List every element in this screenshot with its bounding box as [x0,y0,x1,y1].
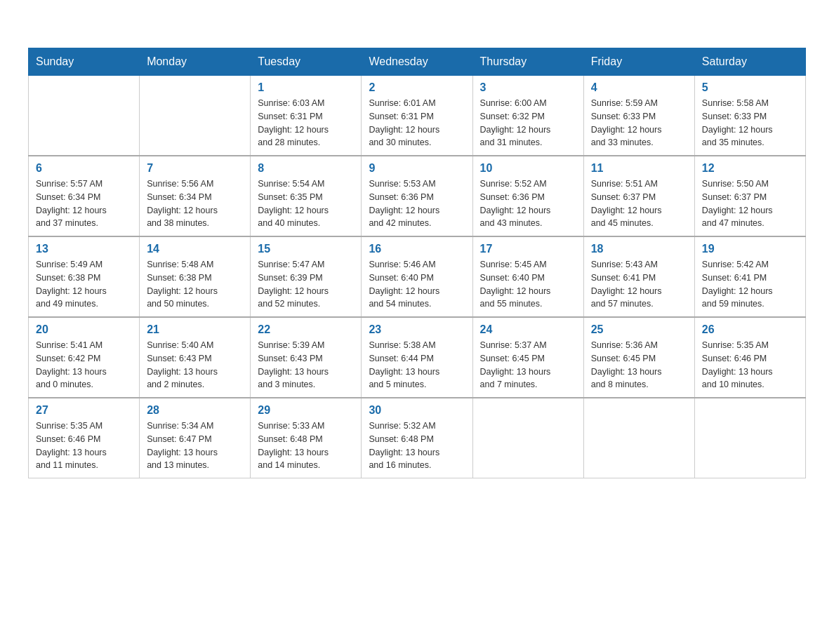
calendar-cell: 17Sunrise: 5:45 AM Sunset: 6:40 PM Dayli… [472,236,583,317]
day-info: Sunrise: 5:50 AM Sunset: 6:37 PM Dayligh… [702,177,798,230]
day-info: Sunrise: 6:03 AM Sunset: 6:31 PM Dayligh… [258,97,354,149]
calendar-week-row: 20Sunrise: 5:41 AM Sunset: 6:42 PM Dayli… [29,317,806,398]
calendar-cell: 8Sunrise: 5:54 AM Sunset: 6:35 PM Daylig… [251,156,362,236]
calendar-cell: 30Sunrise: 5:32 AM Sunset: 6:48 PM Dayli… [362,398,472,478]
calendar-cell [140,76,251,156]
calendar-cell: 3Sunrise: 6:00 AM Sunset: 6:32 PM Daylig… [472,76,583,156]
day-number: 13 [36,243,132,255]
day-number: 9 [369,162,465,175]
calendar-cell: 27Sunrise: 5:35 AM Sunset: 6:46 PM Dayli… [29,398,140,478]
calendar-cell: 26Sunrise: 5:35 AM Sunset: 6:46 PM Dayli… [694,317,805,398]
day-number: 22 [258,323,354,336]
day-number: 27 [36,404,132,417]
calendar-week-row: 6Sunrise: 5:57 AM Sunset: 6:34 PM Daylig… [29,156,806,236]
day-info: Sunrise: 6:00 AM Sunset: 6:32 PM Dayligh… [480,97,576,149]
calendar-cell: 15Sunrise: 5:47 AM Sunset: 6:39 PM Dayli… [251,236,362,317]
calendar-cell: 14Sunrise: 5:48 AM Sunset: 6:38 PM Dayli… [140,236,251,317]
day-info: Sunrise: 5:45 AM Sunset: 6:40 PM Dayligh… [480,258,576,311]
weekday-header-tuesday: Tuesday [251,48,362,76]
day-number: 21 [147,323,243,336]
calendar-week-row: 27Sunrise: 5:35 AM Sunset: 6:46 PM Dayli… [29,398,806,478]
day-number: 7 [147,162,243,175]
calendar-cell: 23Sunrise: 5:38 AM Sunset: 6:44 PM Dayli… [362,317,472,398]
day-info: Sunrise: 5:39 AM Sunset: 6:43 PM Dayligh… [258,339,354,391]
calendar-cell: 9Sunrise: 5:53 AM Sunset: 6:36 PM Daylig… [362,156,472,236]
calendar-cell: 5Sunrise: 5:58 AM Sunset: 6:33 PM Daylig… [694,76,805,156]
day-number: 25 [591,323,687,336]
calendar-cell [694,398,805,478]
day-info: Sunrise: 5:47 AM Sunset: 6:39 PM Dayligh… [258,258,354,311]
calendar-cell [583,398,694,478]
day-info: Sunrise: 5:49 AM Sunset: 6:38 PM Dayligh… [36,258,132,311]
day-number: 6 [36,162,132,175]
day-info: Sunrise: 5:38 AM Sunset: 6:44 PM Dayligh… [369,339,465,391]
calendar-cell: 11Sunrise: 5:51 AM Sunset: 6:37 PM Dayli… [583,156,694,236]
day-number: 5 [702,81,798,94]
calendar-cell: 1Sunrise: 6:03 AM Sunset: 6:31 PM Daylig… [251,76,362,156]
calendar-cell [472,398,583,478]
day-number: 18 [591,243,687,255]
day-info: Sunrise: 6:01 AM Sunset: 6:31 PM Dayligh… [369,97,465,149]
day-number: 16 [369,243,465,255]
calendar-cell: 24Sunrise: 5:37 AM Sunset: 6:45 PM Dayli… [472,317,583,398]
calendar-cell: 7Sunrise: 5:56 AM Sunset: 6:34 PM Daylig… [140,156,251,236]
day-info: Sunrise: 5:57 AM Sunset: 6:34 PM Dayligh… [36,177,132,230]
page-header: General Blue [28,21,806,34]
calendar-cell: 16Sunrise: 5:46 AM Sunset: 6:40 PM Dayli… [362,236,472,317]
weekday-header-wednesday: Wednesday [362,48,472,76]
day-number: 8 [258,162,354,175]
calendar-cell: 22Sunrise: 5:39 AM Sunset: 6:43 PM Dayli… [251,317,362,398]
day-number: 29 [258,404,354,417]
calendar-table: SundayMondayTuesdayWednesdayThursdayFrid… [28,48,806,478]
calendar-cell [29,76,140,156]
calendar-cell: 6Sunrise: 5:57 AM Sunset: 6:34 PM Daylig… [29,156,140,236]
day-info: Sunrise: 5:35 AM Sunset: 6:46 PM Dayligh… [702,339,798,391]
day-info: Sunrise: 5:41 AM Sunset: 6:42 PM Dayligh… [36,339,132,391]
day-info: Sunrise: 5:52 AM Sunset: 6:36 PM Dayligh… [480,177,576,230]
day-info: Sunrise: 5:53 AM Sunset: 6:36 PM Dayligh… [369,177,465,230]
day-info: Sunrise: 5:54 AM Sunset: 6:35 PM Dayligh… [258,177,354,230]
day-number: 26 [702,323,798,336]
day-number: 4 [591,81,687,94]
weekday-header-row: SundayMondayTuesdayWednesdayThursdayFrid… [29,48,806,76]
calendar-cell: 10Sunrise: 5:52 AM Sunset: 6:36 PM Dayli… [472,156,583,236]
day-number: 14 [147,243,243,255]
day-number: 23 [369,323,465,336]
day-info: Sunrise: 5:37 AM Sunset: 6:45 PM Dayligh… [480,339,576,391]
day-info: Sunrise: 5:32 AM Sunset: 6:48 PM Dayligh… [369,420,465,472]
day-number: 2 [369,81,465,94]
day-info: Sunrise: 5:35 AM Sunset: 6:46 PM Dayligh… [36,420,132,472]
weekday-header-friday: Friday [583,48,694,76]
weekday-header-thursday: Thursday [472,48,583,76]
day-number: 1 [258,81,354,94]
day-number: 10 [480,162,576,175]
calendar-cell: 18Sunrise: 5:43 AM Sunset: 6:41 PM Dayli… [583,236,694,317]
calendar-cell: 12Sunrise: 5:50 AM Sunset: 6:37 PM Dayli… [694,156,805,236]
day-info: Sunrise: 5:46 AM Sunset: 6:40 PM Dayligh… [369,258,465,311]
calendar-cell: 25Sunrise: 5:36 AM Sunset: 6:45 PM Dayli… [583,317,694,398]
day-number: 11 [591,162,687,175]
calendar-week-row: 13Sunrise: 5:49 AM Sunset: 6:38 PM Dayli… [29,236,806,317]
day-info: Sunrise: 5:43 AM Sunset: 6:41 PM Dayligh… [591,258,687,311]
weekday-header-saturday: Saturday [694,48,805,76]
day-info: Sunrise: 5:34 AM Sunset: 6:47 PM Dayligh… [147,420,243,472]
day-info: Sunrise: 5:56 AM Sunset: 6:34 PM Dayligh… [147,177,243,230]
calendar-cell: 20Sunrise: 5:41 AM Sunset: 6:42 PM Dayli… [29,317,140,398]
day-info: Sunrise: 5:59 AM Sunset: 6:33 PM Dayligh… [591,97,687,149]
day-info: Sunrise: 5:51 AM Sunset: 6:37 PM Dayligh… [591,177,687,230]
day-info: Sunrise: 5:48 AM Sunset: 6:38 PM Dayligh… [147,258,243,311]
day-number: 17 [480,243,576,255]
calendar-week-row: 1Sunrise: 6:03 AM Sunset: 6:31 PM Daylig… [29,76,806,156]
day-number: 3 [480,81,576,94]
weekday-header-sunday: Sunday [29,48,140,76]
day-number: 15 [258,243,354,255]
calendar-cell: 28Sunrise: 5:34 AM Sunset: 6:47 PM Dayli… [140,398,251,478]
day-info: Sunrise: 5:40 AM Sunset: 6:43 PM Dayligh… [147,339,243,391]
day-info: Sunrise: 5:58 AM Sunset: 6:33 PM Dayligh… [702,97,798,149]
day-info: Sunrise: 5:42 AM Sunset: 6:41 PM Dayligh… [702,258,798,311]
calendar-cell: 13Sunrise: 5:49 AM Sunset: 6:38 PM Dayli… [29,236,140,317]
day-number: 24 [480,323,576,336]
calendar-cell: 21Sunrise: 5:40 AM Sunset: 6:43 PM Dayli… [140,317,251,398]
calendar-cell: 2Sunrise: 6:01 AM Sunset: 6:31 PM Daylig… [362,76,472,156]
day-number: 30 [369,404,465,417]
